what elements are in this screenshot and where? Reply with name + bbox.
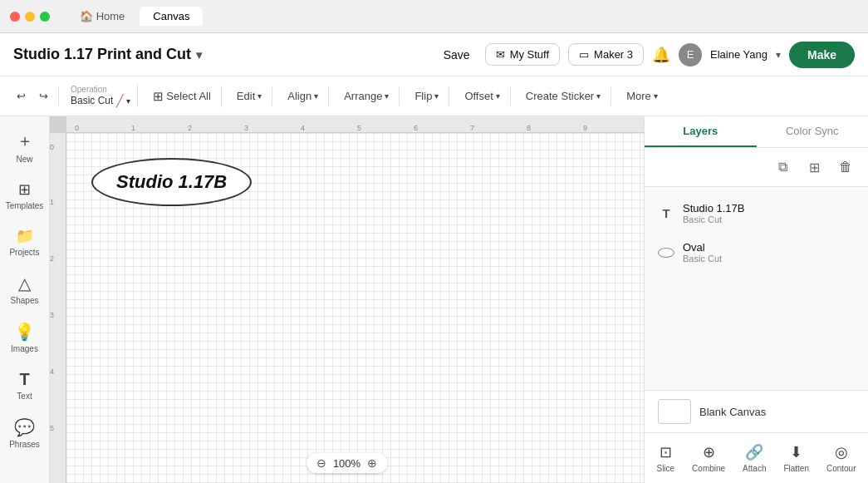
panel-bottom-actions: ⊡ Slice ⊕ Combine 🔗 Attach ⬇ Flatten ◎ C… bbox=[645, 432, 868, 483]
copy-icon: ⊞ bbox=[809, 160, 820, 175]
panel-tabs: Layers Color Sync bbox=[645, 116, 868, 148]
zoom-out-button[interactable]: ⊖ bbox=[316, 456, 326, 470]
operation-group: Operation Basic Cut ╱ ▾ bbox=[64, 85, 138, 107]
canvas-area[interactable]: 0 1 2 3 4 5 6 7 8 9 0 1 2 3 4 5 bbox=[50, 116, 644, 483]
undo-icon: ↩ bbox=[17, 90, 26, 102]
list-item[interactable]: Oval Basic Cut bbox=[645, 233, 868, 272]
redo-icon: ↪ bbox=[39, 90, 48, 102]
select-all-icon: ⊞ bbox=[153, 89, 164, 104]
sidebar-item-text[interactable]: T Text bbox=[3, 363, 47, 407]
zoom-level: 100% bbox=[333, 457, 360, 470]
combine-button[interactable]: ⊕ Combine bbox=[685, 440, 732, 476]
select-all-group: ⊞ Select All bbox=[143, 86, 221, 107]
sidebar-item-templates[interactable]: ⊞ Templates bbox=[3, 174, 47, 217]
zoom-controls: ⊖ 100% ⊕ bbox=[306, 453, 387, 473]
maker3-button[interactable]: ▭ Maker 3 bbox=[568, 43, 644, 66]
user-name: Elaine Yang bbox=[710, 48, 767, 61]
traffic-lights bbox=[10, 12, 50, 22]
home-icon: 🏠 bbox=[80, 10, 93, 22]
list-item[interactable]: T Studio 1.17B Basic Cut bbox=[645, 194, 868, 233]
maker3-icon: ▭ bbox=[579, 48, 589, 61]
sidebar-item-projects[interactable]: 📁 Projects bbox=[3, 220, 47, 264]
align-group: Align ▾ bbox=[277, 86, 329, 106]
arrange-dropdown-icon: ▾ bbox=[385, 91, 389, 101]
toolbar: ↩ ↪ Operation Basic Cut ╱ ▾ ⊞ Select All… bbox=[0, 76, 868, 116]
canvas-background[interactable]: Studio 1.17B bbox=[66, 133, 644, 483]
make-button[interactable]: Make bbox=[789, 42, 855, 68]
phrases-icon: 💬 bbox=[14, 417, 35, 437]
canvas-selector[interactable]: Blank Canvas bbox=[645, 390, 868, 432]
design-element[interactable]: Studio 1.17B bbox=[91, 158, 252, 206]
create-sticker-group: Create Sticker ▾ bbox=[516, 86, 611, 106]
tab-color-sync[interactable]: Color Sync bbox=[757, 116, 869, 147]
duplicate-button[interactable]: ⧉ bbox=[770, 155, 795, 180]
maximize-button[interactable] bbox=[40, 12, 50, 22]
more-button[interactable]: More ▾ bbox=[621, 86, 663, 106]
create-sticker-dropdown-icon: ▾ bbox=[596, 91, 601, 101]
main-area: ＋ New ⊞ Templates 📁 Projects △ Shapes 💡 … bbox=[0, 116, 868, 483]
user-dropdown-icon[interactable]: ▾ bbox=[776, 49, 781, 61]
notification-bell-icon[interactable]: 🔔 bbox=[652, 46, 670, 64]
undo-button[interactable]: ↩ bbox=[12, 86, 31, 106]
mystuff-icon: ✉ bbox=[496, 48, 505, 61]
project-dropdown-icon[interactable]: ▾ bbox=[196, 48, 202, 62]
zoom-in-button[interactable]: ⊕ bbox=[367, 456, 377, 470]
tab-canvas[interactable]: Canvas bbox=[140, 7, 203, 26]
arrange-button[interactable]: Arrange ▾ bbox=[339, 86, 394, 106]
align-dropdown-icon: ▾ bbox=[314, 91, 318, 101]
sidebar-item-new[interactable]: ＋ New bbox=[3, 123, 47, 170]
offset-button[interactable]: Offset ▾ bbox=[459, 86, 504, 106]
edit-button[interactable]: Edit ▾ bbox=[232, 86, 267, 106]
right-panel: Layers Color Sync ⧉ ⊞ 🗑 T Studio bbox=[644, 116, 868, 483]
zoom-in-icon: ⊕ bbox=[367, 456, 377, 470]
slice-button[interactable]: ⊡ Slice bbox=[650, 440, 681, 476]
ruler-horizontal: 0 1 2 3 4 5 6 7 8 9 bbox=[66, 116, 644, 133]
mystuff-button[interactable]: ✉ My Stuff bbox=[485, 43, 560, 66]
zoom-out-icon: ⊖ bbox=[316, 456, 326, 470]
align-button[interactable]: Align ▾ bbox=[282, 86, 323, 106]
minimize-button[interactable] bbox=[25, 12, 35, 22]
title-bar: 🏠 Home Canvas bbox=[0, 0, 868, 33]
delete-icon: 🗑 bbox=[839, 160, 852, 175]
offset-dropdown-icon: ▾ bbox=[496, 91, 500, 101]
panel-actions: ⧉ ⊞ 🗑 bbox=[645, 148, 868, 187]
operation-dropdown-icon[interactable]: ▾ bbox=[126, 96, 130, 106]
flip-dropdown-icon: ▾ bbox=[434, 91, 439, 101]
save-button[interactable]: Save bbox=[437, 45, 477, 65]
combine-icon: ⊕ bbox=[703, 443, 715, 461]
operation-value: Basic Cut bbox=[71, 95, 113, 106]
layers-list: T Studio 1.17B Basic Cut Oval Basic Cut bbox=[645, 187, 868, 390]
copy-button[interactable]: ⊞ bbox=[802, 155, 826, 180]
ruler-vertical: 0 1 2 3 4 5 bbox=[50, 133, 66, 483]
flatten-icon: ⬇ bbox=[790, 443, 802, 461]
new-icon: ＋ bbox=[17, 130, 33, 152]
delete-button[interactable]: 🗑 bbox=[833, 155, 858, 180]
images-icon: 💡 bbox=[14, 322, 35, 342]
select-all-button[interactable]: ⊞ Select All bbox=[148, 86, 215, 107]
operation-color-icon: ╱ bbox=[116, 94, 123, 107]
tab-layers[interactable]: Layers bbox=[645, 116, 757, 147]
slice-icon: ⊡ bbox=[660, 443, 672, 461]
arrange-group: Arrange ▾ bbox=[334, 86, 400, 106]
layer-name: Studio 1.17B bbox=[683, 202, 744, 214]
flatten-button[interactable]: ⬇ Flatten bbox=[777, 440, 816, 476]
redo-button[interactable]: ↪ bbox=[34, 86, 53, 106]
layer-name: Oval bbox=[683, 241, 722, 254]
create-sticker-button[interactable]: Create Sticker ▾ bbox=[521, 86, 606, 106]
edit-group: Edit ▾ bbox=[227, 86, 272, 106]
header: Studio 1.17 Print and Cut ▾ Save ✉ My St… bbox=[0, 33, 868, 76]
edit-dropdown-icon: ▾ bbox=[257, 91, 262, 101]
oval-text-element[interactable]: Studio 1.17B bbox=[91, 158, 252, 206]
close-button[interactable] bbox=[10, 12, 20, 22]
sidebar-item-shapes[interactable]: △ Shapes bbox=[3, 267, 47, 312]
contour-button[interactable]: ◎ Contour bbox=[820, 440, 863, 476]
flip-button[interactable]: Flip ▾ bbox=[409, 86, 444, 106]
attach-button[interactable]: 🔗 Attach bbox=[736, 440, 772, 476]
sidebar-item-phrases[interactable]: 💬 Phrases bbox=[3, 411, 47, 456]
tab-home[interactable]: 🏠 Home bbox=[66, 7, 138, 26]
text-icon: T bbox=[19, 370, 29, 389]
duplicate-icon: ⧉ bbox=[778, 160, 787, 175]
sidebar-item-images[interactable]: 💡 Images bbox=[3, 315, 47, 360]
shapes-icon: △ bbox=[18, 274, 31, 293]
oval-layer-icon bbox=[658, 248, 674, 258]
